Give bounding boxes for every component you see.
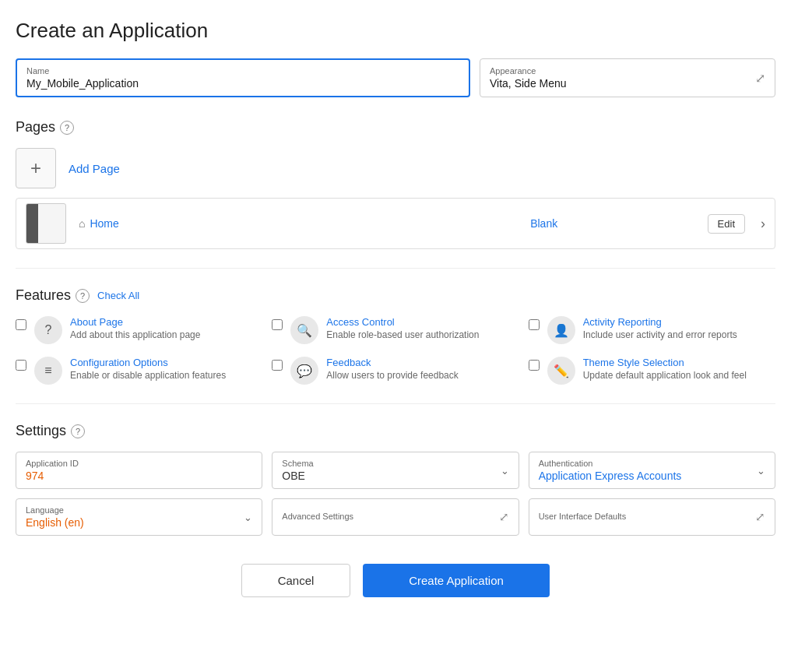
feature-feedback-desc: Allow users to provide feedback [326, 370, 519, 381]
feature-feedback: 💬 Feedback Allow users to provide feedba… [272, 357, 519, 385]
feature-theme-style-checkbox[interactable] [529, 360, 540, 371]
feature-config-options-name[interactable]: Configuration Options [70, 357, 262, 368]
theme-style-icon: ✏️ [547, 357, 575, 385]
feature-about-page-checkbox[interactable] [16, 319, 26, 330]
add-page-row: + Add Page [16, 148, 775, 188]
schema-value: OBE [282, 470, 305, 482]
advanced-settings-label: Advanced Settings [282, 512, 498, 521]
features-title: Features [16, 287, 71, 304]
application-id-label: Application ID [26, 459, 252, 468]
authentication-value: Application Express Accounts [539, 470, 682, 482]
language-value: English (en) [26, 516, 84, 529]
pages-help-icon[interactable]: ? [60, 121, 74, 135]
name-value: My_Mobile_Application [26, 77, 139, 90]
home-page-row: ⌂ Home Blank Edit › [16, 198, 775, 249]
appearance-label: Appearance [490, 66, 755, 76]
settings-grid: Application ID 974 Schema OBE ⌄ Authenti… [16, 452, 775, 536]
feature-theme-style-name[interactable]: Theme Style Selection [583, 357, 775, 368]
features-grid: ? About Page Add about this application … [16, 316, 775, 385]
feature-access-control: 🔍 Access Control Enable role-based user … [272, 316, 519, 344]
appearance-value: Vita, Side Menu [490, 77, 567, 90]
application-id-field: Application ID 974 [16, 452, 262, 489]
name-label: Name [26, 66, 459, 76]
ui-defaults-field[interactable]: User Interface Defaults ⤢ [529, 498, 775, 536]
add-page-label[interactable]: Add Page [69, 162, 120, 175]
create-application-button[interactable]: Create Application [363, 564, 550, 597]
ui-defaults-external-icon[interactable]: ⤢ [755, 510, 765, 524]
authentication-dropdown-icon[interactable]: ⌄ [757, 465, 765, 477]
feature-access-control-checkbox[interactable] [272, 319, 283, 330]
home-page-type[interactable]: Blank [393, 217, 695, 230]
schema-label: Schema [282, 459, 494, 468]
divider-1 [16, 268, 775, 269]
feature-theme-style: ✏️ Theme Style Selection Update default … [529, 357, 775, 385]
button-row: Cancel Create Application [16, 564, 775, 597]
advanced-settings-external-icon[interactable]: ⤢ [499, 510, 509, 524]
page-title: Create an Application [16, 19, 775, 43]
divider-2 [16, 403, 775, 404]
authentication-field[interactable]: Authentication Application Express Accou… [529, 452, 775, 489]
activity-reporting-icon: 👤 [547, 316, 575, 344]
feature-activity-reporting-desc: Include user activity and error reports [583, 329, 775, 340]
appearance-external-icon[interactable]: ⤢ [755, 71, 765, 86]
feature-theme-style-desc: Update default application look and feel [583, 370, 775, 381]
feature-activity-reporting: 👤 Activity Reporting Include user activi… [529, 316, 775, 344]
authentication-label: Authentication [539, 459, 751, 468]
feature-access-control-desc: Enable role-based user authorization [326, 329, 519, 340]
pages-section: Pages ? + Add Page ⌂ Home Blank Edit › [16, 119, 775, 249]
add-page-box[interactable]: + [16, 148, 56, 188]
feature-config-options-checkbox[interactable] [16, 360, 26, 371]
language-label: Language [26, 505, 237, 515]
settings-header: Settings ? [16, 423, 775, 439]
about-page-icon: ? [34, 316, 62, 344]
features-section: Features ? Check All ? About Page Add ab… [16, 287, 775, 385]
feature-access-control-name[interactable]: Access Control [326, 316, 519, 328]
name-field[interactable]: Name My_Mobile_Application [16, 58, 470, 97]
feature-about-page-name[interactable]: About Page [70, 316, 262, 328]
appearance-field[interactable]: Appearance Vita, Side Menu ⤢ [480, 58, 775, 97]
features-header: Features ? Check All [16, 287, 775, 304]
features-help-icon[interactable]: ? [76, 289, 90, 303]
feature-about-page: ? About Page Add about this application … [16, 316, 262, 344]
application-id-value: 974 [26, 470, 44, 482]
check-all-link[interactable]: Check All [97, 290, 139, 301]
ui-defaults-label: User Interface Defaults [539, 512, 755, 521]
page-delete-icon[interactable]: › [761, 216, 765, 232]
settings-title: Settings [16, 423, 66, 439]
settings-help-icon[interactable]: ? [71, 424, 85, 438]
home-page-name[interactable]: Home [90, 217, 118, 230]
schema-field[interactable]: Schema OBE ⌄ [272, 452, 519, 489]
feedback-icon: 💬 [290, 357, 318, 385]
page-thumbnail [26, 203, 66, 244]
advanced-settings-field[interactable]: Advanced Settings ⤢ [272, 498, 519, 536]
language-dropdown-icon[interactable]: ⌄ [244, 512, 252, 523]
cancel-button[interactable]: Cancel [241, 564, 350, 597]
feature-about-page-desc: Add about this application page [70, 329, 262, 340]
feature-activity-reporting-checkbox[interactable] [529, 319, 540, 330]
feature-config-options: ≡ Configuration Options Enable or disabl… [16, 357, 262, 385]
pages-title: Pages [16, 119, 55, 135]
config-options-icon: ≡ [34, 357, 62, 385]
feature-feedback-checkbox[interactable] [272, 360, 283, 371]
feature-feedback-name[interactable]: Feedback [326, 357, 519, 368]
schema-dropdown-icon[interactable]: ⌄ [501, 465, 509, 477]
language-field[interactable]: Language English (en) ⌄ [16, 498, 262, 536]
home-icon: ⌂ [79, 217, 85, 230]
settings-section: Settings ? Application ID 974 Schema OBE… [16, 423, 775, 536]
feature-activity-reporting-name[interactable]: Activity Reporting [583, 316, 775, 328]
top-fields-row: Name My_Mobile_Application Appearance Vi… [16, 58, 775, 97]
access-control-icon: 🔍 [290, 316, 318, 344]
page-edit-button[interactable]: Edit [708, 214, 745, 234]
pages-header: Pages ? [16, 119, 775, 135]
feature-config-options-desc: Enable or disable application features [70, 370, 262, 381]
